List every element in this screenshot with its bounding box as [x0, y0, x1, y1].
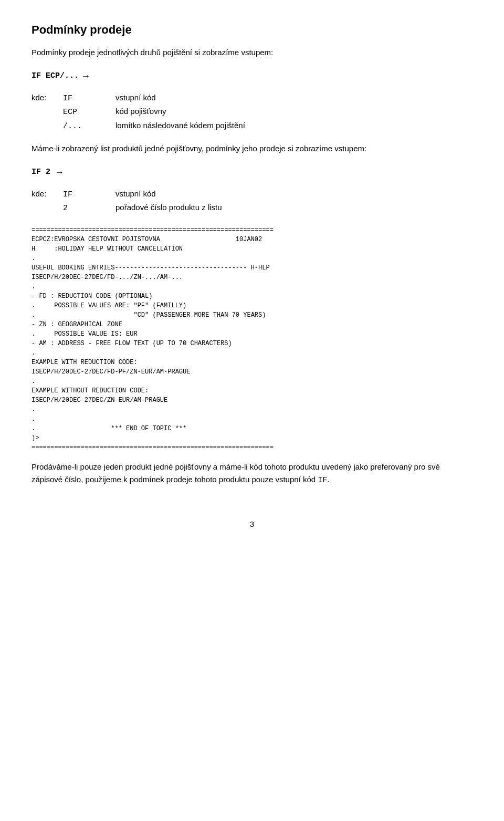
closing-end: .	[327, 475, 329, 484]
def-term-2: 2	[63, 203, 116, 215]
def-term-IF-2: IF	[63, 189, 116, 201]
section2-intro: Máme-li zobrazený list produktů jedné po…	[32, 143, 472, 155]
arrow-icon-1: →	[83, 69, 89, 84]
if-command-2: IF 2 →	[32, 165, 472, 180]
intro-paragraph: Podmínky prodeje jednotlivých druhů poji…	[32, 47, 472, 59]
closing-code: IF	[318, 476, 327, 485]
arrow-icon-2: →	[55, 165, 64, 180]
def-desc-2: pořadové číslo produktu z listu	[116, 202, 222, 214]
def-desc-ECP: kód pojišťovny	[116, 106, 166, 118]
def-desc-IF-2: vstupní kód	[116, 188, 156, 200]
def-desc-IF-1: vstupní kód	[116, 92, 156, 104]
def-term-slash: /...	[63, 121, 116, 133]
kde-label-2: kde:	[32, 188, 63, 200]
kde-row-3: /... lomítko následované kódem pojištění	[32, 120, 472, 133]
kde-row-5: 2 pořadové číslo produktu z listu	[32, 202, 472, 215]
if-command-1: IF ECP/... →	[32, 69, 472, 84]
if2-command-text: IF 2	[32, 167, 50, 179]
kde-row-2: ECP kód pojišťovny	[32, 106, 472, 119]
page-title: Podmínky prodeje	[32, 21, 472, 38]
definitions-table-1: kde: IF vstupní kód ECP kód pojišťovny /…	[32, 92, 472, 133]
kde-label-1: kde:	[32, 92, 63, 104]
if-command-text: IF ECP/...	[32, 70, 79, 82]
closing-paragraph: Prodáváme-li pouze jeden produkt jedné p…	[32, 461, 472, 487]
def-desc-slash: lomítko následované kódem pojištění	[116, 120, 245, 132]
definitions-table-2: kde: IF vstupní kód 2 pořadové číslo pro…	[32, 188, 472, 215]
def-term-IF-1: IF	[63, 93, 116, 105]
kde-row-4: kde: IF vstupní kód	[32, 188, 472, 201]
kde-row-1: kde: IF vstupní kód	[32, 92, 472, 105]
page-number: 3	[32, 518, 472, 531]
closing-text: Prodáváme-li pouze jeden produkt jedné p…	[32, 462, 440, 484]
code-block: ========================================…	[32, 225, 472, 452]
def-term-ECP: ECP	[63, 107, 116, 119]
